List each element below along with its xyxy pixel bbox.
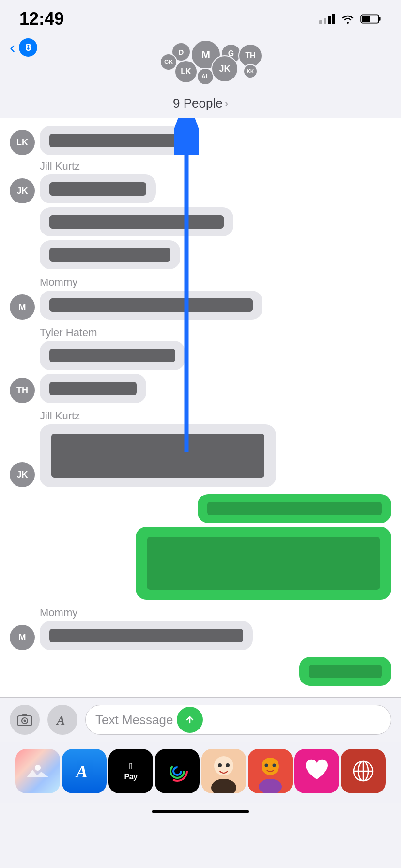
dock-app-appstore[interactable]: A xyxy=(62,749,107,793)
message-bubble xyxy=(40,374,146,403)
msg-row: M xyxy=(10,621,391,650)
msg-avatar: LK xyxy=(10,130,35,155)
message-bubble xyxy=(40,621,253,650)
dock: A  Pay xyxy=(0,742,401,803)
msg-avatar: TH xyxy=(10,378,35,403)
dock-app-applepay[interactable]:  Pay xyxy=(108,749,153,793)
send-icon xyxy=(183,713,197,727)
avatar-cluster: D M G GK LK AL JK TH KK xyxy=(142,40,259,93)
message-bubble xyxy=(198,494,391,523)
msg-row: M xyxy=(10,291,391,320)
dock-app-memoji[interactable] xyxy=(201,749,246,793)
message-bubble xyxy=(40,341,185,370)
appstore-icon: A xyxy=(55,712,70,728)
conversation-header: ‹ 8 D M G GK LK AL JK TH KK 9 People › xyxy=(0,33,401,118)
text-input-field[interactable]: Text Message xyxy=(85,705,391,735)
sender-label: Jill Kurtz xyxy=(40,410,391,422)
signal-icon xyxy=(319,14,335,24)
svg-text:A: A xyxy=(75,762,88,781)
status-icons xyxy=(319,14,382,24)
sender-label: Jill Kurtz xyxy=(40,160,391,172)
svg-rect-12 xyxy=(25,758,51,784)
svg-point-22 xyxy=(218,763,222,767)
input-placeholder: Text Message xyxy=(95,713,173,728)
people-label[interactable]: 9 People › xyxy=(173,96,228,111)
msg-avatar: JK xyxy=(10,178,35,203)
message-bubble xyxy=(40,126,195,155)
send-button[interactable] xyxy=(177,707,203,733)
messages-area: LK Jill Kurtz JK JK JK Mommy M Tyler H xyxy=(0,118,401,698)
msg-row xyxy=(10,657,391,686)
apps-button[interactable]: A xyxy=(47,705,77,735)
msg-row: JK xyxy=(10,240,391,269)
msg-avatar: JK xyxy=(10,462,35,487)
svg-point-7 xyxy=(24,720,26,722)
message-bubble xyxy=(40,424,276,487)
avatar-JK: JK xyxy=(211,55,238,82)
msg-row: JK xyxy=(10,207,391,236)
msg-row: JK xyxy=(10,174,391,203)
home-indicator xyxy=(0,803,401,820)
sender-label: Mommy xyxy=(40,276,391,289)
svg-rect-8 xyxy=(22,714,27,716)
svg-point-27 xyxy=(265,764,268,767)
avatar-LK: LK xyxy=(174,60,198,83)
wifi-icon xyxy=(340,14,355,24)
svg-point-28 xyxy=(273,764,276,767)
svg-point-25 xyxy=(262,758,279,775)
game-icon xyxy=(248,749,293,793)
msg-row xyxy=(10,341,391,370)
svg-rect-1 xyxy=(379,17,381,20)
back-badge: 8 xyxy=(19,38,37,57)
status-bar: 12:49 xyxy=(0,0,401,33)
battery-icon xyxy=(360,14,382,24)
msg-row xyxy=(10,494,391,523)
message-bubble xyxy=(136,527,391,600)
applepay-pay: Pay xyxy=(124,773,138,781)
msg-avatar: M xyxy=(10,294,35,320)
memoji-icon xyxy=(201,749,246,793)
photos-icon xyxy=(25,758,51,784)
dock-app-globe[interactable] xyxy=(341,749,386,793)
activity-icon xyxy=(164,758,190,784)
applepay-apple:  xyxy=(129,761,132,772)
msg-row: TH xyxy=(10,374,391,403)
message-bubble xyxy=(299,657,391,686)
home-bar xyxy=(152,810,249,813)
message-bubble xyxy=(40,174,156,203)
msg-avatar: M xyxy=(10,625,35,650)
svg-text:A: A xyxy=(56,713,65,728)
dock-app-activity[interactable] xyxy=(155,749,200,793)
message-bubble xyxy=(40,240,180,269)
dock-app-game[interactable] xyxy=(248,749,293,793)
status-time: 12:49 xyxy=(19,9,64,29)
dock-app-photos[interactable] xyxy=(15,749,60,793)
input-bar: A Text Message xyxy=(0,698,401,742)
avatar-KK: KK xyxy=(243,64,258,78)
back-button[interactable]: ‹ 8 xyxy=(10,38,37,57)
message-bubble xyxy=(40,207,233,236)
msg-row: LK xyxy=(10,126,391,155)
svg-rect-2 xyxy=(362,16,370,22)
people-chevron-icon: › xyxy=(225,97,228,110)
camera-icon xyxy=(17,713,32,727)
camera-button[interactable] xyxy=(10,705,40,735)
message-bubble xyxy=(40,291,262,320)
sender-label: Mommy xyxy=(40,606,391,619)
heart-dock-icon xyxy=(304,758,330,784)
globe-dock-icon xyxy=(350,758,376,784)
svg-point-23 xyxy=(226,763,230,767)
msg-row: JK xyxy=(10,424,391,487)
dock-app-heart[interactable] xyxy=(294,749,339,793)
msg-row xyxy=(10,527,391,600)
sender-label: Tyler Hatem xyxy=(40,326,391,339)
svg-point-13 xyxy=(35,765,41,771)
back-chevron-icon: ‹ xyxy=(10,38,15,57)
appstore-dock-icon: A xyxy=(71,758,97,784)
